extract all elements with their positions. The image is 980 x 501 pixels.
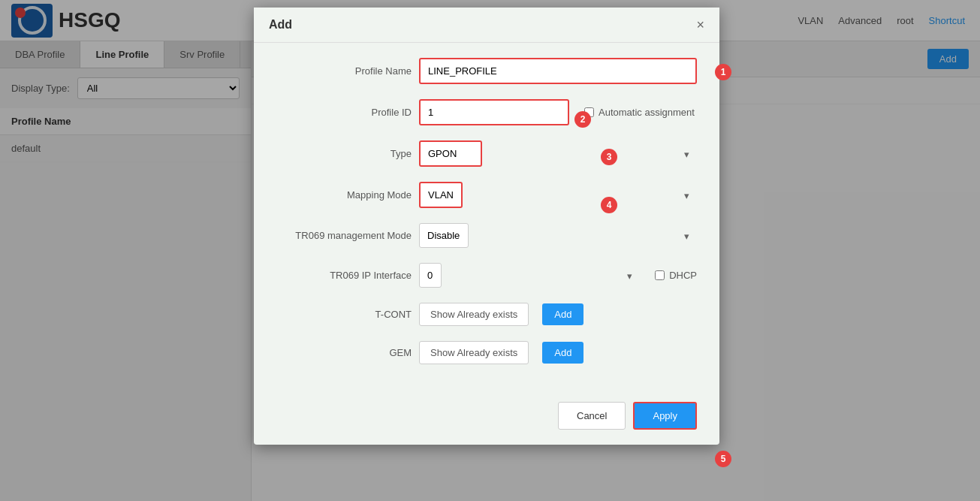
modal-body: Profile Name Profile ID Automatic assign… [254,43,719,394]
step-badge-1: 1 [715,64,731,80]
tcont-row: T-CONT Show Already exists Add [276,303,697,326]
modal-close-button[interactable]: × [696,18,704,32]
step-badge-2: 2 [574,111,591,128]
profile-id-row: Profile ID Automatic assignment [276,99,697,125]
apply-button[interactable]: Apply [633,402,697,430]
gem-add-button[interactable]: Add [542,342,583,364]
mapping-mode-label: Mapping Mode [276,189,412,201]
mapping-mode-select-wrapper: VLAN GEM TCI [419,182,697,208]
tcont-label: T-CONT [276,309,412,320]
add-modal: Add × Profile Name Profile ID Automatic … [254,8,719,445]
automatic-assignment-group: Automatic assignment [584,107,695,118]
tr069-mode-select[interactable]: Disable Enable [419,223,469,248]
tr069-ip-row: TR069 IP Interface 0 DHCP [276,263,697,288]
step-badge-4: 4 [601,197,617,213]
step-badge-5: 5 [715,451,731,467]
cancel-button[interactable]: Cancel [558,402,626,430]
tr069-mode-select-wrapper: Disable Enable [419,223,697,248]
profile-id-input[interactable] [419,99,569,125]
tr069-mode-row: TR069 management Mode Disable Enable [276,223,697,248]
tr069-mode-label: TR069 management Mode [276,230,412,241]
type-select[interactable]: GPON EPON XGS-PON [419,140,482,167]
modal-title: Add [269,18,292,32]
profile-name-input[interactable] [419,58,697,84]
type-select-wrapper: GPON EPON XGS-PON [419,140,697,167]
mapping-mode-select[interactable]: VLAN GEM TCI [419,182,463,208]
step-badge-3: 3 [601,149,617,165]
automatic-assignment-label: Automatic assignment [599,107,695,118]
type-row: Type GPON EPON XGS-PON [276,140,697,167]
tcont-add-button[interactable]: Add [542,303,583,325]
profile-id-label: Profile ID [276,107,412,118]
dhcp-checkbox[interactable] [655,270,665,280]
tr069-ip-select-wrapper: 0 [419,263,640,288]
gem-label: GEM [276,347,412,358]
tr069-ip-select[interactable]: 0 [419,263,442,288]
tr069-ip-label: TR069 IP Interface [276,270,412,281]
modal-footer: Cancel Apply [254,394,719,430]
modal-header: Add × [254,8,719,43]
gem-show-exists-button[interactable]: Show Already exists [419,341,529,364]
profile-name-label: Profile Name [276,65,412,77]
tcont-show-exists-button[interactable]: Show Already exists [419,303,529,326]
gem-row: GEM Show Already exists Add [276,341,697,364]
dhcp-label: DHCP [669,270,697,281]
dhcp-group: DHCP [655,270,697,281]
mapping-mode-row: Mapping Mode VLAN GEM TCI [276,182,697,208]
type-label: Type [276,148,412,159]
profile-name-row: Profile Name [276,58,697,84]
